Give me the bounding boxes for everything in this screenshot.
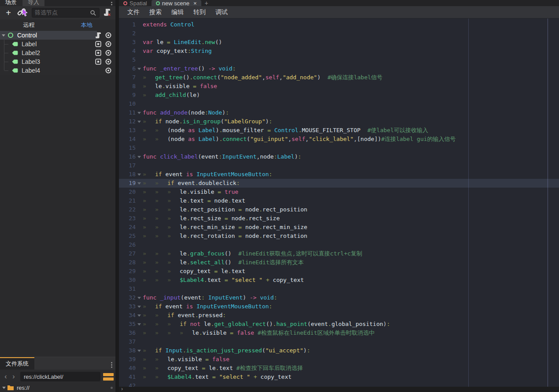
code-line-32[interactable]: 32func _input(event: InputEvent) -> void… [119, 293, 559, 302]
code-line-3[interactable]: 3var le = LineEdit.new() [119, 38, 559, 47]
code-line-27[interactable]: 27»»»le.grab_focus() #lineEdit获取焦点,这时可以直… [119, 249, 559, 258]
code-line-34[interactable]: 34»»if event.pressed: [119, 311, 559, 320]
expand-chevron-icon[interactable]: › [121, 386, 123, 392]
tree-row-label3[interactable]: Label3 [0, 57, 115, 66]
code-line-29[interactable]: 29»»»copy_text = le.text [119, 267, 559, 276]
code-line-6[interactable]: 6func _enter_tree() -> void: [119, 64, 559, 73]
filesystem-root-row[interactable]: res:// [0, 384, 115, 392]
code-line-12[interactable]: 12»if node.is_in_group("LabelGroup"): [119, 117, 559, 126]
code-line-25[interactable]: 25»»»le.rect_rotation = node.rect_rotati… [119, 232, 559, 240]
code-line-21[interactable]: 21»»»le.text = node.text [119, 196, 559, 205]
fold-arrow-icon[interactable] [136, 302, 143, 311]
close-tab-icon[interactable]: × [193, 0, 197, 6]
tree-row-label2[interactable]: Label2 [0, 48, 115, 57]
code-line-14[interactable]: 14»»(node as Label).connect("gui_input",… [119, 135, 559, 144]
code-editor[interactable]: 1extends Control23var le = LineEdit.new(… [119, 18, 559, 387]
fold-arrow-icon[interactable] [136, 320, 143, 329]
code-line-42[interactable]: 42 [119, 381, 559, 387]
code-line-18[interactable]: 18»if event is InputEventMouseButton: [119, 170, 559, 179]
visibility-toggle-button[interactable] [105, 67, 112, 74]
fold-arrow-icon[interactable] [136, 179, 143, 188]
scene-tab-new-scene[interactable]: new scene× [152, 0, 201, 6]
code-line-19[interactable]: 19»»if event.doubleclick: [119, 179, 559, 188]
visibility-toggle-button[interactable] [105, 41, 112, 48]
code-line-39[interactable]: 39»»le.visible = false [119, 355, 559, 364]
filesystem-options-icon[interactable] [111, 361, 113, 369]
code-line-31[interactable]: 31 [119, 285, 559, 293]
instance-scene-button[interactable] [17, 7, 30, 18]
visibility-toggle-button[interactable] [105, 49, 112, 56]
code-line-5[interactable]: 5 [119, 55, 559, 64]
fold-arrow-icon[interactable] [136, 108, 143, 117]
code-line-17[interactable]: 17 [119, 161, 559, 170]
code-line-15[interactable]: 15 [119, 144, 559, 152]
group-button[interactable] [95, 58, 102, 65]
code-line-10[interactable]: 10 [119, 100, 559, 108]
toggle-split-mode-button[interactable] [103, 372, 114, 381]
menu-edit[interactable]: 编辑 [167, 8, 189, 16]
code-line-33[interactable]: 33»if event is InputEventMouseButton: [119, 302, 559, 311]
add-node-button[interactable]: + [3, 7, 14, 18]
code-line-24[interactable]: 24»»»le.rect_min_size = node.rect_min_si… [119, 223, 559, 232]
group-button[interactable] [95, 41, 102, 48]
code-line-11[interactable]: 11func add_node(node:Node): [119, 108, 559, 117]
clear-script-button[interactable]: × [103, 8, 113, 18]
expander-icon[interactable] [0, 34, 7, 37]
fold-arrow-icon[interactable] [136, 170, 143, 179]
fold-arrow-icon[interactable] [136, 64, 143, 73]
group-button[interactable] [95, 49, 102, 56]
dock-splitter[interactable] [115, 0, 119, 392]
tree-row-label4[interactable]: Label4 [0, 66, 115, 75]
code-line-16[interactable]: 16func click_label(event:InputEvent,node… [119, 152, 559, 161]
expander-icon[interactable] [1, 387, 7, 389]
code-line-23[interactable]: 23»»»le.rect_size = node.rect_size [119, 214, 559, 223]
code-line-40[interactable]: 40»»copy_text = le.text #检查按下回车后取消选择 [119, 364, 559, 373]
code-line-30[interactable]: 30»»»$Label4.text = "select " + copy_tex… [119, 276, 559, 285]
scene-tab-spatial[interactable]: Spatial [119, 0, 152, 6]
code-line-35[interactable]: 35»»»if not le.get_global_rect().has_poi… [119, 320, 559, 329]
code-line-20[interactable]: 20»»»le.visible = true [119, 188, 559, 196]
menu-goto[interactable]: 转到 [189, 8, 211, 16]
forward-button[interactable]: › [10, 373, 18, 381]
tab-import[interactable]: 导入 [22, 0, 44, 6]
filter-nodes-input[interactable]: 筛选节点 [32, 8, 100, 18]
visibility-toggle-button[interactable] [105, 32, 112, 39]
tab-filesystem[interactable]: 文件系统 [0, 357, 34, 370]
code-line-38[interactable]: 38»if Input.is_action_just_pressed("ui_a… [119, 346, 559, 355]
code-line-9[interactable]: 9»add_child(le) [119, 91, 559, 100]
fold-arrow-icon[interactable] [136, 311, 143, 320]
fold-arrow-icon[interactable] [136, 293, 143, 302]
code-line-7[interactable]: 7»get_tree().connect("node_added",self,"… [119, 73, 559, 82]
code-line-4[interactable]: 4var copy_text:String [119, 47, 559, 55]
fold-arrow-icon[interactable] [136, 117, 143, 126]
fold-arrow-icon[interactable] [136, 152, 143, 161]
code-line-28[interactable]: 28»»»le.select_all() #lineEdit选择所有文本 [119, 258, 559, 267]
fold-arrow-icon[interactable] [136, 346, 143, 355]
tree-row-label[interactable]: Label [0, 40, 115, 48]
back-button[interactable]: ‹ [2, 373, 10, 381]
code-line-37[interactable]: 37 [119, 337, 559, 346]
code-line-41[interactable]: 41»»$Label4.text = "select " + copy_text [119, 373, 559, 381]
remote-button[interactable]: 远程 [0, 21, 58, 29]
code-line-8[interactable]: 8»le.visible = false [119, 82, 559, 91]
token-cf: if [155, 171, 165, 178]
new-scene-tab-button[interactable]: + [201, 0, 212, 6]
menu-debug[interactable]: 调试 [211, 8, 233, 16]
code-line-13[interactable]: 13»»(node as Label).mouse_filter = Contr… [119, 126, 559, 135]
local-button[interactable]: 本地 [58, 21, 115, 29]
menu-search[interactable]: 搜索 [144, 8, 167, 16]
tab-scene[interactable]: 场景 [0, 0, 22, 6]
bottom-panel-edge[interactable]: › [119, 387, 559, 392]
open-script-button[interactable] [95, 32, 102, 39]
code-line-1[interactable]: 1extends Control [119, 20, 559, 29]
tree-row-control[interactable]: Control [0, 31, 115, 40]
menu-file[interactable]: 文件 [122, 8, 144, 16]
current-path-field[interactable]: res://clickLabel/ [20, 372, 100, 381]
code-line-36[interactable]: 36»»»»le.visible = false #检查鼠标在lineEdit区… [119, 329, 559, 337]
dock-options-icon[interactable] [111, 1, 113, 6]
visibility-toggle-button[interactable] [105, 58, 112, 65]
code-text[interactable]: 1extends Control23var le = LineEdit.new(… [119, 18, 559, 387]
code-line-26[interactable]: 26 [119, 240, 559, 249]
code-line-22[interactable]: 22»»»le.rect_position = node.rect_positi… [119, 205, 559, 214]
code-line-2[interactable]: 2 [119, 29, 559, 38]
